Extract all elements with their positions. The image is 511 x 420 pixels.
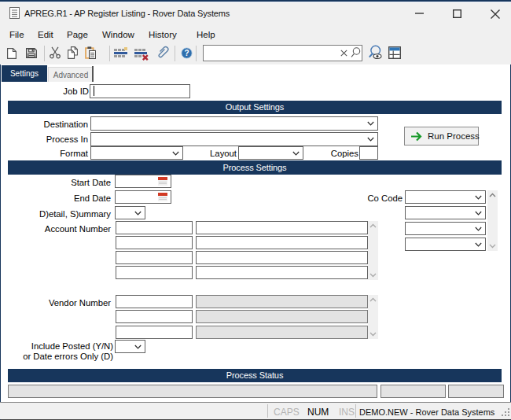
svg-text:?: ? [184, 49, 189, 57]
